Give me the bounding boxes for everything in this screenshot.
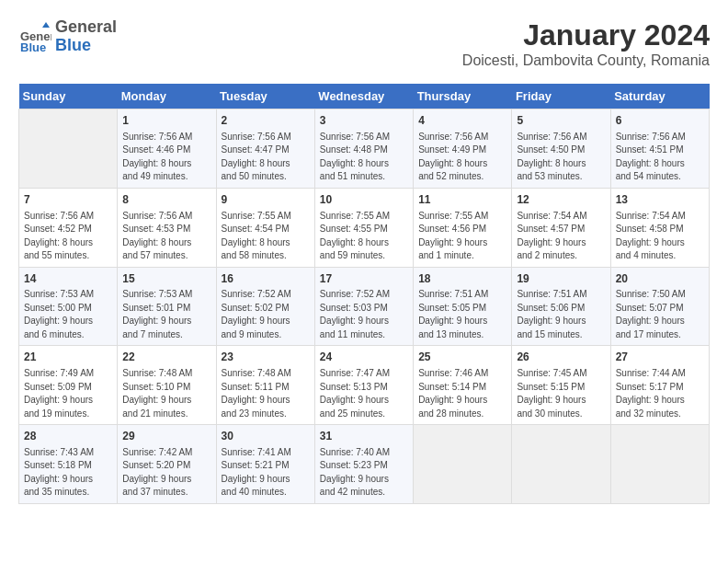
- calendar-cell: 27Sunrise: 7:44 AM Sunset: 5:17 PM Dayli…: [610, 346, 709, 425]
- day-info: Sunrise: 7:52 AM Sunset: 5:02 PM Dayligh…: [222, 288, 310, 341]
- day-info: Sunrise: 7:49 AM Sunset: 5:09 PM Dayligh…: [24, 367, 112, 420]
- day-of-week-header: Saturday: [610, 84, 709, 109]
- calendar-cell: [610, 425, 709, 504]
- day-number: 1: [122, 113, 210, 129]
- day-info: Sunrise: 7:55 AM Sunset: 4:56 PM Dayligh…: [418, 210, 506, 263]
- day-of-week-header: Wednesday: [314, 84, 413, 109]
- calendar-cell: 1Sunrise: 7:56 AM Sunset: 4:46 PM Daylig…: [118, 109, 216, 189]
- day-info: Sunrise: 7:46 AM Sunset: 5:14 PM Dayligh…: [418, 367, 506, 420]
- day-number: 29: [122, 429, 210, 444]
- calendar-cell: 11Sunrise: 7:55 AM Sunset: 4:56 PM Dayli…: [414, 188, 512, 267]
- calendar-cell: 5Sunrise: 7:56 AM Sunset: 4:50 PM Daylig…: [512, 109, 610, 189]
- day-number: 18: [418, 271, 506, 287]
- calendar-cell: 26Sunrise: 7:45 AM Sunset: 5:15 PM Dayli…: [512, 346, 610, 425]
- day-number: 2: [222, 113, 310, 129]
- day-info: Sunrise: 7:56 AM Sunset: 4:47 PM Dayligh…: [222, 131, 310, 184]
- day-info: Sunrise: 7:52 AM Sunset: 5:03 PM Dayligh…: [320, 288, 408, 341]
- calendar-cell: 25Sunrise: 7:46 AM Sunset: 5:14 PM Dayli…: [414, 346, 512, 425]
- day-info: Sunrise: 7:56 AM Sunset: 4:50 PM Dayligh…: [517, 131, 605, 184]
- day-info: Sunrise: 7:54 AM Sunset: 4:58 PM Dayligh…: [616, 210, 704, 263]
- day-number: 31: [320, 429, 408, 444]
- day-info: Sunrise: 7:42 AM Sunset: 5:20 PM Dayligh…: [122, 446, 210, 500]
- svg-marker-2: [42, 22, 50, 28]
- calendar-cell: 13Sunrise: 7:54 AM Sunset: 4:58 PM Dayli…: [610, 188, 709, 267]
- logo-line2: Blue: [55, 37, 117, 55]
- calendar-cell: 22Sunrise: 7:48 AM Sunset: 5:10 PM Dayli…: [118, 346, 216, 425]
- day-info: Sunrise: 7:41 AM Sunset: 5:21 PM Dayligh…: [222, 446, 310, 500]
- calendar-cell: 16Sunrise: 7:52 AM Sunset: 5:02 PM Dayli…: [216, 267, 314, 346]
- calendar-cell: 10Sunrise: 7:55 AM Sunset: 4:55 PM Dayli…: [314, 188, 413, 267]
- day-of-week-header: Monday: [118, 84, 216, 109]
- logo: General Blue General Blue: [18, 18, 117, 55]
- calendar-week-row: 1Sunrise: 7:56 AM Sunset: 4:46 PM Daylig…: [19, 109, 710, 189]
- day-number: 27: [616, 350, 704, 365]
- day-info: Sunrise: 7:56 AM Sunset: 4:49 PM Dayligh…: [418, 131, 506, 184]
- day-number: 11: [418, 192, 506, 208]
- day-number: 24: [320, 350, 408, 365]
- day-number: 19: [517, 271, 605, 287]
- calendar-header-row: SundayMondayTuesdayWednesdayThursdayFrid…: [19, 84, 710, 109]
- calendar-cell: 20Sunrise: 7:50 AM Sunset: 5:07 PM Dayli…: [610, 267, 709, 346]
- logo-line1: General: [55, 18, 117, 37]
- day-info: Sunrise: 7:40 AM Sunset: 5:23 PM Dayligh…: [320, 446, 408, 500]
- calendar-table: SundayMondayTuesdayWednesdayThursdayFrid…: [18, 84, 710, 504]
- calendar-cell: 19Sunrise: 7:51 AM Sunset: 5:06 PM Dayli…: [512, 267, 610, 346]
- calendar-cell: 2Sunrise: 7:56 AM Sunset: 4:47 PM Daylig…: [216, 109, 314, 189]
- calendar-cell: 3Sunrise: 7:56 AM Sunset: 4:48 PM Daylig…: [314, 109, 413, 189]
- logo-icon: General Blue: [18, 20, 51, 53]
- day-number: 3: [320, 113, 408, 129]
- calendar-cell: 18Sunrise: 7:51 AM Sunset: 5:05 PM Dayli…: [414, 267, 512, 346]
- calendar-cell: 24Sunrise: 7:47 AM Sunset: 5:13 PM Dayli…: [314, 346, 413, 425]
- day-info: Sunrise: 7:53 AM Sunset: 5:00 PM Dayligh…: [24, 288, 112, 341]
- calendar-cell: 30Sunrise: 7:41 AM Sunset: 5:21 PM Dayli…: [216, 425, 314, 504]
- day-number: 14: [24, 271, 112, 287]
- day-number: 26: [517, 350, 605, 365]
- page-header: General Blue General Blue January 2024 D…: [18, 18, 710, 69]
- day-number: 8: [122, 192, 210, 208]
- day-info: Sunrise: 7:56 AM Sunset: 4:46 PM Dayligh…: [122, 131, 210, 184]
- day-number: 6: [616, 113, 704, 129]
- calendar-cell: 6Sunrise: 7:56 AM Sunset: 4:51 PM Daylig…: [610, 109, 709, 189]
- day-number: 30: [222, 429, 310, 444]
- day-number: 13: [616, 192, 704, 208]
- day-info: Sunrise: 7:50 AM Sunset: 5:07 PM Dayligh…: [616, 288, 704, 341]
- title-block: January 2024 Doicesti, Dambovita County,…: [462, 18, 710, 69]
- logo-text: General Blue: [55, 18, 117, 55]
- day-number: 25: [418, 350, 506, 365]
- day-info: Sunrise: 7:51 AM Sunset: 5:05 PM Dayligh…: [418, 288, 506, 341]
- calendar-week-row: 14Sunrise: 7:53 AM Sunset: 5:00 PM Dayli…: [19, 267, 710, 346]
- day-of-week-header: Friday: [512, 84, 610, 109]
- day-number: 17: [320, 271, 408, 287]
- page-subtitle: Doicesti, Dambovita County, Romania: [462, 52, 710, 69]
- calendar-cell: 9Sunrise: 7:55 AM Sunset: 4:54 PM Daylig…: [216, 188, 314, 267]
- day-number: 23: [222, 350, 310, 365]
- day-number: 7: [24, 192, 112, 208]
- day-number: 16: [222, 271, 310, 287]
- calendar-cell: 8Sunrise: 7:56 AM Sunset: 4:53 PM Daylig…: [118, 188, 216, 267]
- day-info: Sunrise: 7:56 AM Sunset: 4:51 PM Dayligh…: [616, 131, 704, 184]
- calendar-cell: 29Sunrise: 7:42 AM Sunset: 5:20 PM Dayli…: [118, 425, 216, 504]
- day-info: Sunrise: 7:56 AM Sunset: 4:52 PM Dayligh…: [24, 210, 112, 263]
- day-info: Sunrise: 7:53 AM Sunset: 5:01 PM Dayligh…: [122, 288, 210, 341]
- day-info: Sunrise: 7:48 AM Sunset: 5:10 PM Dayligh…: [122, 367, 210, 420]
- calendar-week-row: 21Sunrise: 7:49 AM Sunset: 5:09 PM Dayli…: [19, 346, 710, 425]
- page-title: January 2024: [462, 18, 710, 52]
- day-number: 10: [320, 192, 408, 208]
- day-info: Sunrise: 7:54 AM Sunset: 4:57 PM Dayligh…: [517, 210, 605, 263]
- day-info: Sunrise: 7:55 AM Sunset: 4:55 PM Dayligh…: [320, 210, 408, 263]
- calendar-cell: 31Sunrise: 7:40 AM Sunset: 5:23 PM Dayli…: [314, 425, 413, 504]
- calendar-cell: 21Sunrise: 7:49 AM Sunset: 5:09 PM Dayli…: [19, 346, 118, 425]
- calendar-cell: 7Sunrise: 7:56 AM Sunset: 4:52 PM Daylig…: [19, 188, 118, 267]
- day-info: Sunrise: 7:56 AM Sunset: 4:48 PM Dayligh…: [320, 131, 408, 184]
- calendar-cell: 28Sunrise: 7:43 AM Sunset: 5:18 PM Dayli…: [19, 425, 118, 504]
- calendar-cell: 17Sunrise: 7:52 AM Sunset: 5:03 PM Dayli…: [314, 267, 413, 346]
- calendar-cell: [512, 425, 610, 504]
- calendar-cell: 12Sunrise: 7:54 AM Sunset: 4:57 PM Dayli…: [512, 188, 610, 267]
- day-of-week-header: Thursday: [414, 84, 512, 109]
- day-info: Sunrise: 7:43 AM Sunset: 5:18 PM Dayligh…: [24, 446, 112, 500]
- day-number: 28: [24, 429, 112, 444]
- day-of-week-header: Tuesday: [216, 84, 314, 109]
- calendar-cell: 4Sunrise: 7:56 AM Sunset: 4:49 PM Daylig…: [414, 109, 512, 189]
- calendar-week-row: 28Sunrise: 7:43 AM Sunset: 5:18 PM Dayli…: [19, 425, 710, 504]
- day-number: 22: [122, 350, 210, 365]
